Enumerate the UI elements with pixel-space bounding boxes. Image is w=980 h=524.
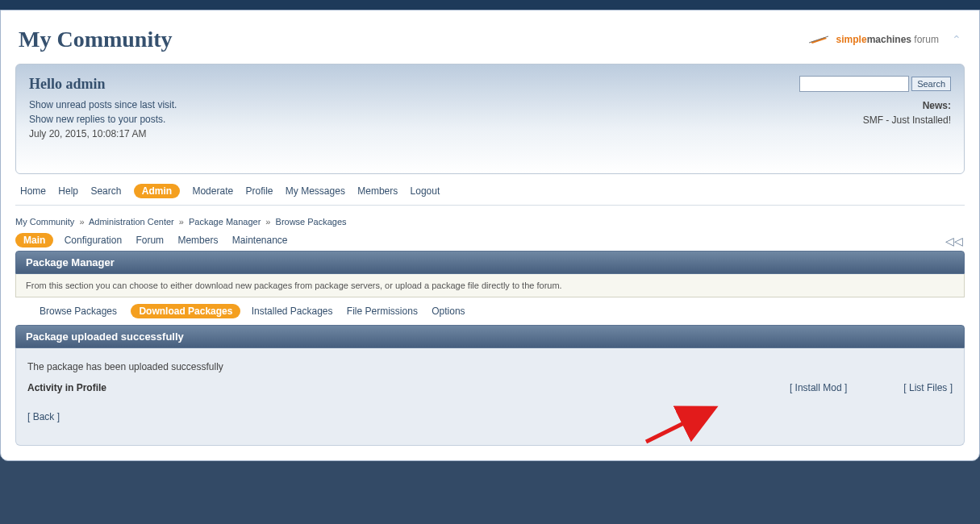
list-files-link[interactable]: [ List Files ] bbox=[903, 382, 953, 393]
news-text: SMF - Just Installed! bbox=[863, 114, 951, 126]
tab-maintenance[interactable]: Maintenance bbox=[232, 235, 288, 246]
smf-logo[interactable]: simplemachines forum ⌃ bbox=[809, 33, 961, 46]
nav-profile[interactable]: Profile bbox=[246, 185, 273, 197]
current-datetime: July 20, 2015, 10:08:17 AM bbox=[29, 127, 951, 141]
back-link[interactable]: [ Back ] bbox=[27, 411, 60, 422]
section-title-uploaded: Package uploaded successfully bbox=[15, 325, 965, 348]
section-description: From this section you can choose to eith… bbox=[15, 274, 965, 297]
nav-help[interactable]: Help bbox=[58, 185, 78, 197]
upload-success-message: The package has been uploaded successful… bbox=[27, 361, 953, 372]
subtab-options[interactable]: Options bbox=[432, 306, 465, 317]
subtab-browse[interactable]: Browse Packages bbox=[40, 306, 117, 317]
upload-result-box: The package has been uploaded successful… bbox=[15, 348, 965, 446]
tab-configuration[interactable]: Configuration bbox=[65, 235, 122, 246]
section-title-package-manager: Package Manager bbox=[15, 251, 965, 274]
news-label: News: bbox=[863, 98, 951, 113]
crumb-admin-center[interactable]: Administration Center bbox=[89, 217, 174, 227]
subtab-permissions[interactable]: File Permissions bbox=[347, 306, 418, 317]
main-menu: Home Help Search Admin Moderate Profile … bbox=[15, 174, 965, 206]
package-subtabs: Browse Packages Download Packages Instal… bbox=[15, 297, 965, 325]
crumb-community[interactable]: My Community bbox=[15, 217, 74, 227]
nav-home[interactable]: Home bbox=[20, 185, 46, 197]
hammer-icon bbox=[809, 34, 832, 45]
install-mod-link[interactable]: [ Install Mod ] bbox=[790, 382, 847, 393]
search-button[interactable]: Search bbox=[911, 77, 951, 91]
new-replies-link[interactable]: Show new replies to your posts. bbox=[29, 114, 165, 125]
tab-main[interactable]: Main bbox=[15, 233, 53, 247]
nav-logout[interactable]: Logout bbox=[411, 185, 440, 197]
package-name: Activity in Profile bbox=[27, 382, 106, 393]
subtab-download[interactable]: Download Packages bbox=[131, 304, 240, 318]
crumb-package-manager[interactable]: Package Manager bbox=[189, 217, 261, 227]
subtab-installed[interactable]: Installed Packages bbox=[252, 306, 333, 317]
nav-members[interactable]: Members bbox=[357, 185, 398, 197]
admin-tabs: Main Configuration Forum Members Mainten… bbox=[15, 235, 965, 246]
collapse-icon[interactable]: ⌃ bbox=[952, 33, 961, 46]
tab-forum[interactable]: Forum bbox=[136, 235, 164, 246]
unread-posts-link[interactable]: Show unread posts since last visit. bbox=[29, 99, 177, 110]
user-info-box: Hello admin Show unread posts since last… bbox=[15, 64, 965, 174]
search-input[interactable] bbox=[799, 76, 909, 92]
breadcrumb: My Community » Administration Center » P… bbox=[15, 217, 965, 227]
site-title[interactable]: My Community bbox=[19, 27, 173, 52]
nav-search[interactable]: Search bbox=[90, 185, 121, 197]
tab-members[interactable]: Members bbox=[177, 235, 218, 246]
double-left-icon[interactable]: ◁◁ bbox=[945, 235, 963, 247]
nav-moderate[interactable]: Moderate bbox=[192, 185, 233, 197]
crumb-browse-packages[interactable]: Browse Packages bbox=[276, 217, 347, 227]
nav-admin[interactable]: Admin bbox=[134, 184, 180, 198]
nav-messages[interactable]: My Messages bbox=[286, 185, 345, 197]
